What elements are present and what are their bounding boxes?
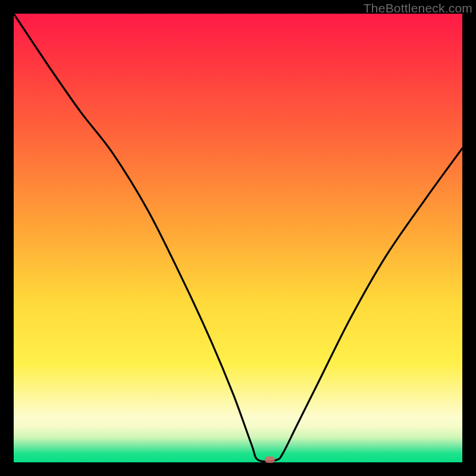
chart-stage: TheBottleneck.com (0, 0, 476, 476)
curve-path (14, 14, 462, 462)
plot-area (14, 14, 462, 462)
minimum-marker (265, 456, 275, 463)
bottleneck-curve (14, 14, 462, 462)
